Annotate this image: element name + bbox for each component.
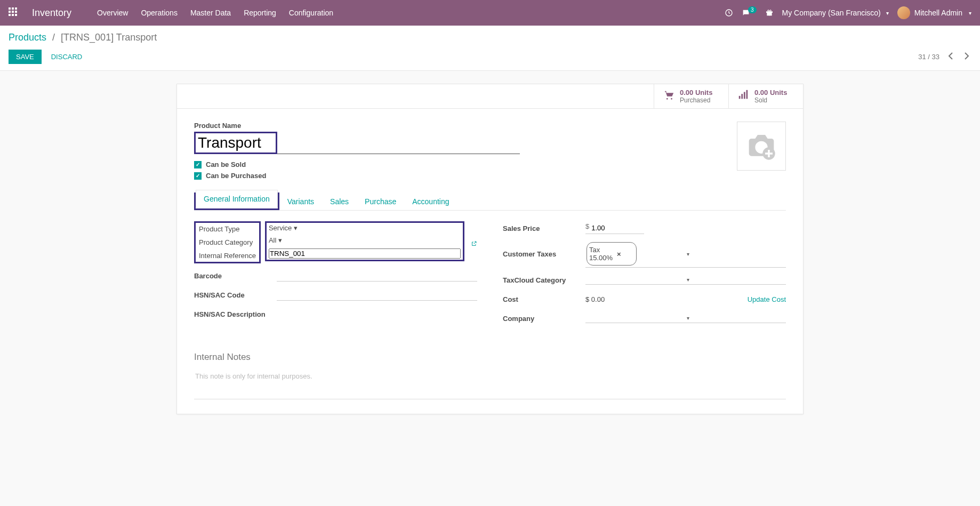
product-name-input[interactable] [196, 133, 276, 152]
external-link-icon[interactable] [471, 240, 477, 248]
taxcloud-value [585, 278, 686, 282]
cost-value: 0.00 [591, 295, 605, 303]
main-menu: Overview Operations Master Data Reportin… [97, 9, 725, 17]
stat-purchased-label: Purchased [680, 97, 712, 104]
svg-point-4 [767, 10, 769, 12]
stat-bar: 0.00 Units Purchased 0.00 Units Sold [177, 84, 803, 109]
gift-icon[interactable] [765, 9, 774, 17]
product-name-highlight [194, 132, 277, 154]
tab-general-information[interactable]: General Information [196, 190, 278, 207]
form-sheet: 0.00 Units Purchased 0.00 Units Sold Pro… [176, 84, 804, 414]
tab-sales[interactable]: Sales [322, 192, 357, 210]
product-image-upload[interactable] [737, 122, 786, 171]
customer-taxes-select[interactable]: Tax 15.00% × ▾ [585, 240, 786, 268]
product-type-value: Service [269, 224, 292, 232]
check-icon: ✓ [194, 161, 202, 168]
company-name: My Company (San Francisco) [782, 9, 881, 17]
camera-plus-icon [746, 131, 776, 161]
menu-overview[interactable]: Overview [97, 9, 128, 17]
update-cost-link[interactable]: Update Cost [748, 295, 786, 303]
messages-icon[interactable]: 3 [742, 9, 757, 17]
app-brand[interactable]: Inventory [32, 7, 71, 19]
check-icon: ✓ [194, 172, 202, 180]
pager-text: 31 / 33 [918, 53, 939, 61]
hsn-desc-label: HSN/SAC Description [194, 310, 277, 318]
menu-master-data[interactable]: Master Data [190, 9, 231, 17]
can-be-purchased-checkbox[interactable]: ✓ Can be Purchased [194, 172, 737, 180]
chevron-down-icon: ▾ [278, 236, 282, 244]
menu-configuration[interactable]: Configuration [289, 9, 333, 17]
company-select[interactable]: ▾ [585, 314, 786, 323]
svg-point-5 [769, 10, 771, 12]
barcode-label: Barcode [194, 272, 277, 280]
breadcrumb: Products / [TRNS_001] Transport [9, 32, 971, 43]
cart-icon [663, 89, 674, 103]
svg-rect-3 [769, 11, 769, 15]
company-selector[interactable]: My Company (San Francisco) [782, 9, 889, 17]
pager-next-icon[interactable] [962, 50, 971, 64]
svg-rect-10 [744, 92, 745, 99]
tabs: General Information Variants Sales Purch… [194, 192, 786, 211]
internal-notes-textarea[interactable] [194, 369, 786, 399]
left-fields-highlight: Service ▾ All ▾ [265, 221, 464, 261]
breadcrumb-sep: / [52, 32, 55, 43]
left-labels-highlight: Product Type Product Category Internal R… [194, 221, 261, 263]
breadcrumb-parent[interactable]: Products [9, 32, 46, 43]
hsn-input[interactable] [277, 289, 477, 301]
user-menu[interactable]: Mitchell Admin [897, 6, 971, 19]
avatar [897, 6, 910, 19]
taxcloud-select[interactable]: ▾ [585, 275, 786, 285]
barcode-input[interactable] [277, 270, 477, 282]
chevron-down-icon: ▾ [686, 250, 786, 259]
can-be-sold-checkbox[interactable]: ✓ Can be Sold [194, 160, 737, 168]
company-value [585, 317, 686, 320]
cost-label: Cost [503, 295, 585, 303]
customer-taxes-label: Customer Taxes [503, 250, 585, 258]
can-be-purchased-label: Can be Purchased [206, 172, 266, 180]
sales-price-label: Sales Price [503, 224, 585, 232]
breadcrumb-current: [TRNS_001] Transport [61, 32, 157, 43]
taxcloud-label: TaxCloud Category [503, 276, 585, 284]
svg-point-6 [666, 98, 668, 100]
svg-rect-9 [741, 94, 743, 99]
can-be-sold-label: Can be Sold [206, 160, 246, 168]
tab-accounting[interactable]: Accounting [404, 192, 457, 210]
product-type-label: Product Type [199, 225, 256, 233]
product-type-select[interactable]: Service ▾ [269, 224, 461, 232]
top-navbar: Inventory Overview Operations Master Dat… [0, 0, 980, 26]
internal-notes-title: Internal Notes [194, 352, 786, 363]
save-button[interactable]: SAVE [9, 50, 42, 64]
bars-icon [737, 89, 749, 103]
internal-reference-label: Internal Reference [199, 252, 256, 260]
company-label: Company [503, 315, 585, 323]
chevron-down-icon: ▾ [686, 275, 786, 284]
svg-point-7 [671, 98, 672, 100]
tab-purchase[interactable]: Purchase [357, 192, 404, 210]
clock-icon[interactable] [725, 9, 733, 17]
product-category-value: All [269, 236, 276, 244]
sales-price-input[interactable] [590, 222, 644, 234]
internal-reference-input[interactable] [269, 248, 461, 259]
hsn-label: HSN/SAC Code [194, 291, 277, 299]
stat-purchased[interactable]: 0.00 Units Purchased [654, 84, 728, 108]
discard-button[interactable]: DISCARD [46, 50, 88, 64]
svg-rect-8 [739, 96, 741, 99]
pager-prev-icon[interactable] [946, 50, 955, 64]
tab-variants[interactable]: Variants [279, 192, 322, 210]
stat-sold[interactable]: 0.00 Units Sold [728, 84, 803, 108]
tax-tag[interactable]: Tax 15.00% × [587, 242, 637, 266]
tab-content-general: Product Type Product Category Internal R… [194, 211, 786, 331]
chevron-down-icon: ▾ [686, 314, 786, 323]
stat-sold-value: 0.00 Units [754, 89, 787, 97]
svg-rect-11 [746, 90, 748, 99]
menu-reporting[interactable]: Reporting [244, 9, 276, 17]
user-name: Mitchell Admin [914, 9, 962, 17]
menu-operations[interactable]: Operations [141, 9, 177, 17]
apps-icon[interactable] [9, 7, 19, 18]
control-panel: Products / [TRNS_001] Transport SAVE DIS… [0, 26, 980, 71]
product-category-select[interactable]: All ▾ [269, 236, 461, 244]
stat-purchased-value: 0.00 Units [680, 89, 712, 97]
tab-general-highlight: General Information [194, 192, 279, 210]
remove-tag-icon[interactable]: × [616, 248, 634, 260]
stat-sold-label: Sold [754, 97, 787, 104]
